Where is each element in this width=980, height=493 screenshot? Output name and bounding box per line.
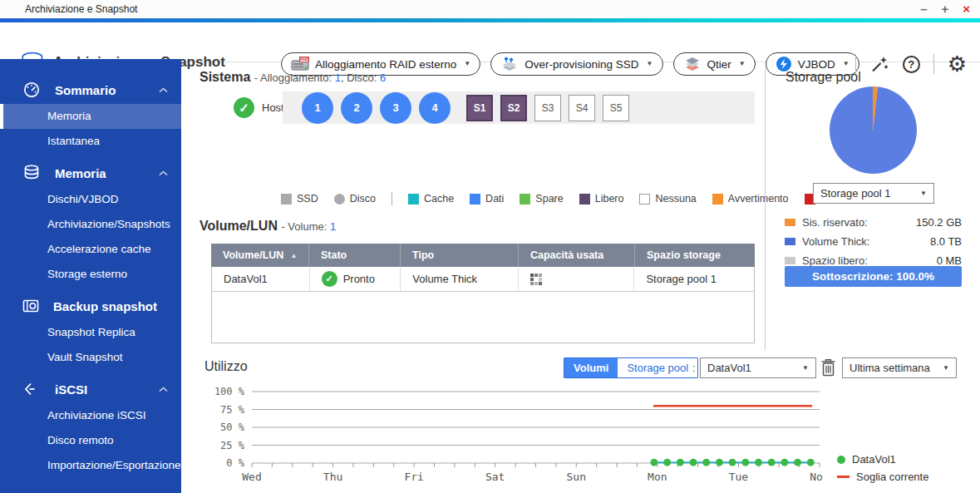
wizard-wand-icon[interactable]: [869, 54, 889, 74]
volume-count-label: - Volume:: [281, 220, 327, 233]
sidebar-item-snapshot-replica[interactable]: Snapshot Replica: [0, 320, 181, 345]
disk-slot-3[interactable]: 3: [380, 92, 411, 124]
help-icon[interactable]: ?: [903, 56, 920, 73]
sort-asc-icon: ▲: [290, 252, 297, 259]
svg-text:Sat: Sat: [485, 471, 505, 483]
sidebar-group-sommario[interactable]: Sommario: [0, 76, 181, 104]
stat-value: 150.2 GB: [916, 216, 962, 229]
volume-table: Volume/LUN▲ Stato Tipo Capacità usata Sp…: [211, 244, 755, 343]
usage-volume-select[interactable]: DataVol1 ▼: [700, 357, 816, 378]
storage-pool-select[interactable]: Storage pool 1 ▼: [813, 183, 934, 204]
sidebar-item-memoria[interactable]: Memoria: [0, 104, 181, 129]
storage-pool-pie: [830, 86, 917, 174]
table-row-datavol1[interactable]: DataVol1 ✓ Pronto Volume Thick Storage p…: [211, 267, 755, 292]
column-header-volume[interactable]: Volume/LUN▲: [211, 244, 308, 267]
storage-pool-select-value: Storage pool 1: [820, 187, 891, 200]
ssd-swatch: [281, 194, 292, 205]
sistema-title: Sistema: [199, 70, 250, 84]
sidebar-item-archiviazione-snapshots[interactable]: Archiviazione/Snapshots: [0, 212, 181, 237]
stat-value: 8.0 TB: [930, 235, 962, 248]
toggle-storage-pool[interactable]: Storage pool: [618, 358, 697, 377]
vjbod-label: VJBOD: [798, 58, 835, 71]
volume-title: Volume/LUN: [199, 219, 278, 233]
svg-text:Tue: Tue: [729, 471, 749, 483]
sistema-title-row: Sistema - Alloggiamento: 1, Disco: 6: [199, 70, 386, 85]
loading-spinner-icon: [530, 274, 542, 285]
stat-volume-thick: Volume Thick: 8.0 TB: [785, 232, 962, 251]
subscription-banner: Sottoscrizione: 100.0%: [785, 266, 962, 287]
trash-icon[interactable]: [820, 357, 837, 378]
column-header-stato[interactable]: Stato: [308, 244, 400, 267]
cell-volume-name: DataVol1: [212, 267, 309, 291]
svg-text:0 %: 0 %: [226, 457, 244, 469]
sidebar-item-accelerazione-cache[interactable]: Accelerazione cache: [0, 237, 181, 262]
chevron-down-icon: ▼: [464, 61, 470, 67]
disk-slot-4[interactable]: 4: [419, 92, 451, 124]
iscsi-connector-icon: [22, 380, 42, 398]
sis-riservato-swatch: [785, 219, 795, 226]
sidebar-item-disco-remoto[interactable]: Disco remoto: [0, 428, 181, 453]
gear-icon[interactable]: ⚙: [948, 53, 967, 75]
ssd-overprovisioning-button[interactable]: Over-provisioning SSD ▼: [490, 52, 662, 76]
column-header-tipo[interactable]: Tipo: [400, 244, 518, 267]
sidebar-group-iscsi[interactable]: iSCSI: [0, 375, 181, 403]
chevron-up-icon: [159, 87, 168, 93]
disk-slot-1[interactable]: 1: [302, 92, 333, 124]
status-text: Pronto: [343, 273, 375, 285]
sidebar-item-archiviazione-iscsi[interactable]: Archiviazione iSCSI: [0, 403, 181, 428]
qtier-icon: [683, 56, 702, 72]
sidebar-group-memoria[interactable]: Memoria: [0, 159, 181, 187]
column-label: Stato: [321, 249, 347, 261]
legend-item-avvertimento: Avvertimento: [712, 193, 789, 205]
column-header-capacita[interactable]: Capacità usata: [518, 244, 634, 267]
toggle-volumi[interactable]: Volumi: [564, 358, 618, 377]
volume-table-header: Volume/LUN▲ Stato Tipo Capacità usata Sp…: [211, 244, 755, 267]
disk-slot-2[interactable]: 2: [341, 92, 372, 124]
chevron-up-icon: [159, 387, 168, 392]
host-status-ok-icon: ✓: [234, 97, 254, 118]
sidebar-item-dischi-vjbod[interactable]: Dischi/VJBOD: [0, 187, 181, 212]
alloggiamento-label: - Alloggiamento:: [254, 71, 332, 84]
sidebar-item-importazione-esportazione[interactable]: Importazione/Esportazione: [0, 453, 181, 478]
separator-colon: :: [692, 362, 696, 374]
disk-legend: SSD Disco Cache Dati Spare Libero Nessun…: [281, 192, 849, 205]
qtier-button[interactable]: Qtier ▼: [673, 52, 756, 76]
utilizzo-title: Utilizzo: [204, 359, 248, 374]
ssd-overprovisioning-label: Over-provisioning SSD: [524, 58, 638, 71]
header-tool-icons: ? ⚙: [855, 52, 967, 76]
legend-label: Disco: [350, 193, 376, 205]
usage-period-select[interactable]: Ultima settimana ▼: [842, 357, 957, 378]
table-empty-area: [211, 292, 755, 343]
column-header-spazio[interactable]: Spazio storage: [634, 244, 755, 267]
disk-slot-s2[interactable]: S2: [500, 95, 527, 121]
volume-name: DataVol1: [224, 273, 268, 285]
close-button[interactable]: ×: [963, 1, 970, 17]
disk-slot-s1[interactable]: S1: [466, 95, 493, 121]
divider: [392, 192, 392, 205]
cell-status: ✓ Pronto: [309, 267, 401, 291]
database-icon: [22, 164, 42, 182]
disco-count: 6: [380, 71, 386, 84]
legend-item-soglia-corrente: Soglia corrente: [837, 468, 928, 486]
usage-chart-legend: DataVol1 Soglia corrente: [837, 451, 928, 486]
check-glyph: ✓: [239, 101, 249, 116]
snapshot-camera-icon: [22, 297, 40, 315]
sidebar-item-storage-esterno[interactable]: Storage esterno: [0, 262, 181, 287]
cell-type: Volume Thick: [400, 267, 518, 291]
disco-label: Disco:: [347, 71, 377, 84]
legend-item-cache: Cache: [408, 193, 454, 205]
pool-name: Storage pool 1: [646, 273, 717, 285]
stat-label: Volume Thick:: [802, 235, 930, 248]
maximize-button[interactable]: +: [941, 1, 948, 17]
sidebar-item-istantanea[interactable]: Istantanea: [0, 129, 181, 154]
sidebar-group-backup-snapshot[interactable]: Backup snapshot: [0, 292, 181, 320]
disk-slot-s4[interactable]: S4: [569, 95, 595, 121]
soglia-marker: [837, 476, 849, 478]
minimize-button[interactable]: –: [920, 1, 927, 17]
disk-slot-s5[interactable]: S5: [603, 95, 629, 121]
legend-item-spare: Spare: [520, 193, 563, 205]
legend-label: Libero: [595, 193, 624, 205]
sidebar-item-vault-snapshot[interactable]: Vault Snapshot: [0, 345, 181, 370]
disk-slot-s3[interactable]: S3: [534, 95, 561, 121]
stat-sis-riservato: Sis. riservato: 150.2 GB: [785, 213, 962, 232]
